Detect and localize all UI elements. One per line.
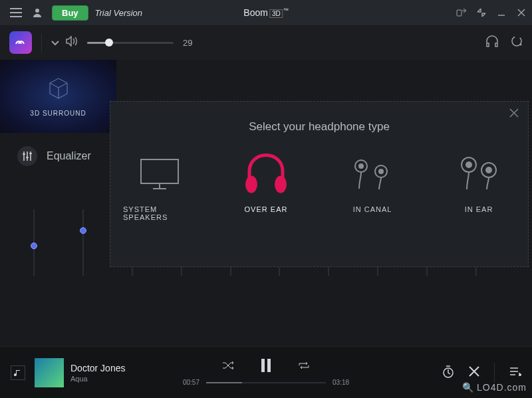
svg-rect-15 — [261, 359, 265, 372]
power-icon[interactable] — [511, 35, 523, 50]
svg-point-0 — [35, 9, 39, 13]
app-logo-icon[interactable] — [9, 31, 32, 54]
progress-bar[interactable] — [206, 382, 326, 383]
timer-icon[interactable] — [442, 365, 454, 381]
trial-version-label: Trial Version — [95, 8, 143, 18]
pause-button[interactable] — [261, 359, 271, 375]
cube-icon — [47, 76, 70, 103]
track-metadata: Doctor Jones Aqua — [70, 363, 125, 383]
divider — [41, 33, 42, 52]
headphone-modal: Select your headphone type SYSTEM SPEAKE… — [110, 101, 529, 267]
track-artist: Aqua — [70, 375, 125, 383]
svg-point-5 — [245, 176, 257, 193]
svg-point-14 — [485, 167, 492, 173]
headphone-label: SYSTEM SPEAKERS — [123, 205, 196, 221]
svg-rect-1 — [457, 10, 462, 16]
equalizer-label: Equalizer — [47, 150, 91, 162]
equalizer-icon[interactable] — [17, 146, 37, 166]
svg-point-10 — [378, 169, 384, 174]
eq-band[interactable] — [33, 209, 35, 276]
close-icon[interactable] — [509, 108, 519, 120]
headphone-option-in-ear[interactable]: IN EAR — [442, 151, 515, 221]
total-time: 03:18 — [332, 379, 349, 386]
main-content: 3D SURROUND Equalizer Select your headph… — [0, 60, 532, 346]
album-art[interactable] — [35, 358, 64, 387]
player-bar: Doctor Jones Aqua 00:57 03:18 — [0, 346, 532, 398]
svg-point-6 — [275, 176, 287, 193]
divider — [494, 363, 495, 383]
user-icon[interactable] — [29, 5, 45, 21]
modal-title: Select your headphone type — [122, 120, 516, 134]
app-title: Boom3D™ — [243, 7, 288, 18]
collapse-icon[interactable] — [476, 7, 487, 18]
headphone-option-in-canal[interactable]: IN CANAL — [336, 151, 409, 221]
elapsed-time: 00:57 — [183, 379, 200, 386]
chevron-down-icon[interactable] — [51, 37, 59, 49]
headphone-option-over-ear[interactable]: OVER EAR — [229, 151, 303, 221]
svg-point-3 — [520, 44, 522, 46]
volume-toolbar: 29 — [0, 25, 532, 60]
track-title: Doctor Jones — [70, 363, 125, 373]
titlebar: Buy Trial Version Boom3D™ — [0, 0, 532, 25]
minimize-button[interactable] — [496, 7, 507, 18]
headphone-label: OVER EAR — [245, 205, 288, 213]
playback-controls: 00:57 03:18 — [160, 359, 372, 386]
mini-player-icon[interactable] — [11, 365, 25, 380]
svg-rect-4 — [141, 159, 178, 183]
svg-rect-16 — [267, 359, 271, 372]
surround-tile[interactable]: 3D SURROUND — [0, 60, 116, 133]
speaker-icon[interactable] — [66, 36, 78, 49]
buy-button[interactable]: Buy — [52, 5, 88, 21]
watermark: 🔍LO4D.com — [462, 382, 527, 393]
svg-point-12 — [466, 161, 472, 168]
svg-point-8 — [358, 163, 364, 169]
eq-band[interactable] — [82, 209, 84, 276]
volume-slider[interactable] — [87, 42, 174, 44]
headphones-icon[interactable] — [485, 35, 499, 50]
volume-value: 29 — [183, 38, 192, 48]
headphone-option-system-speakers[interactable]: SYSTEM SPEAKERS — [123, 151, 196, 221]
hamburger-menu-icon[interactable] — [8, 5, 24, 21]
share-icon[interactable] — [456, 7, 467, 18]
surround-label: 3D SURROUND — [30, 110, 86, 117]
headphone-label: IN CANAL — [353, 205, 392, 213]
close-window-button[interactable] — [516, 7, 527, 18]
shuffle-icon[interactable] — [222, 361, 234, 373]
close-player-icon[interactable] — [469, 366, 479, 379]
repeat-icon[interactable] — [298, 361, 310, 373]
headphone-label: IN EAR — [465, 205, 493, 213]
playlist-icon[interactable] — [509, 367, 521, 379]
